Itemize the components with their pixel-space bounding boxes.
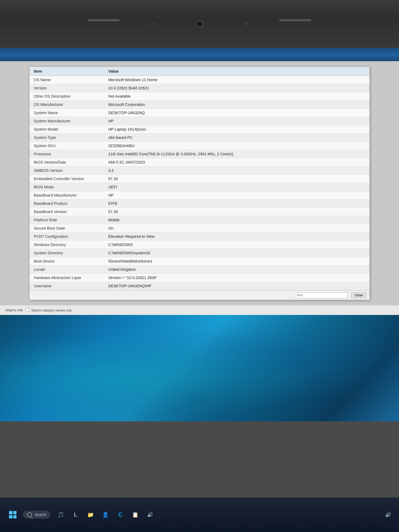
table-cell-value: 11th Gen Intel(R) Core(TM) i3-1115G4 @ 3…	[104, 150, 369, 158]
table-row: OS ManufacturerMicrosoft Corporation	[30, 101, 369, 109]
table-row: Other OS DescriptionNot Available	[30, 92, 369, 101]
table-cell-value: HP	[104, 117, 369, 125]
bezel-strip-left	[88, 19, 120, 21]
table-cell-value: C:\WINDOWS\system32	[104, 249, 369, 257]
table-cell-item: Platform Role	[30, 216, 104, 224]
search-bar-area: ategory only Search category names only	[0, 305, 399, 315]
webcam-lens	[198, 23, 201, 25]
taskbar-search-bar[interactable]: Search	[23, 511, 51, 519]
table-cell-item: Windows Directory	[30, 241, 104, 249]
taskbar-icon-browser[interactable]: C	[115, 510, 125, 519]
taskbar-icon-sound[interactable]: 🔊	[145, 510, 155, 519]
table-cell-value: On	[104, 224, 369, 232]
close-button[interactable]: Close	[351, 292, 366, 298]
taskbar-icon-folder[interactable]: 📁	[86, 510, 95, 519]
table-row: BIOS Version/DateAMI F.32, 04/07/2023	[30, 158, 369, 167]
table-row: Platform RoleMobile	[30, 216, 369, 224]
taskbar-right-area: 🔊	[385, 512, 391, 518]
taskbar-icon-person[interactable]: 👤	[101, 510, 110, 519]
table-cell-item: System Model	[30, 125, 104, 134]
table-row: Secure Boot StateOn	[30, 224, 369, 232]
table-row: System SKU3Z3Z8EA#ABU	[30, 142, 369, 150]
table-cell-item: Boot Device	[30, 257, 104, 265]
col-item-header: Item	[30, 67, 104, 76]
table-cell-value: \Device\HarddiskVolume1	[104, 257, 369, 265]
table-cell-item: BaseBoard Version	[30, 208, 104, 216]
table-cell-value: Elevation Required to View	[104, 232, 369, 241]
table-cell-value: DESKTOP-J4N32NQ	[104, 109, 369, 117]
table-cell-item: BIOS Mode	[30, 183, 104, 191]
table-cell-item: Username	[30, 282, 104, 290]
search-category-checkbox[interactable]	[26, 308, 29, 311]
table-cell-value: Not Available	[104, 92, 369, 101]
table-row: System ModelHP Laptop 15s-fq2xxx	[30, 125, 369, 134]
table-row: BIOS ModeUEFI	[30, 183, 369, 191]
table-row: System DirectoryC:\WINDOWS\system32	[30, 249, 369, 257]
bezel-dot-right	[246, 23, 247, 25]
table-cell-value: United Kingdom	[104, 265, 369, 274]
table-row: Hardware Abstraction LayerVersion = "10.…	[30, 274, 369, 282]
table-cell-value: 3.3	[104, 167, 369, 175]
table-cell-value: AMI F.32, 04/07/2023	[104, 158, 369, 167]
table-cell-item: Processor	[30, 150, 104, 158]
sysinfo-find-toolbar: Close	[30, 290, 369, 300]
table-cell-value: DESKTOP-J4N32NQ\HP	[104, 282, 369, 290]
windows-logo-icon	[9, 511, 16, 518]
table-cell-value: Version = "10.0.22621.2506"	[104, 274, 369, 282]
table-cell-value: 87FE	[104, 200, 369, 208]
col-value-header: Value	[104, 67, 369, 76]
table-cell-item: Hardware Abstraction Layer	[30, 274, 104, 282]
category-only-label: ategory only	[5, 308, 23, 312]
table-cell-value: 57.26	[104, 175, 369, 183]
table-cell-item: Version	[30, 84, 104, 92]
taskbar-icon-music[interactable]: 🎵	[56, 510, 65, 519]
search-label: Search	[35, 513, 46, 517]
table-cell-value: C:\WINDOWS	[104, 241, 369, 249]
table-cell-value: 3Z3Z8EA#ABU	[104, 142, 369, 150]
table-cell-item: System Type	[30, 134, 104, 142]
table-cell-item: System Name	[30, 109, 104, 117]
table-cell-item: BIOS Version/Date	[30, 158, 104, 167]
search-category-names-label[interactable]: Search category names only	[26, 308, 72, 312]
table-cell-item: PCR7 Configuration	[30, 232, 104, 241]
table-cell-item: Other OS Description	[30, 92, 104, 101]
start-button[interactable]	[8, 510, 18, 519]
table-cell-value: Mobile	[104, 216, 369, 224]
table-row: PCR7 ConfigurationElevation Required to …	[30, 232, 369, 241]
table-cell-value: HP	[104, 191, 369, 200]
table-row: Windows DirectoryC:\WINDOWS	[30, 241, 369, 249]
table-cell-item: OS Name	[30, 76, 104, 84]
taskbar-icon-edge[interactable]: L	[71, 510, 80, 519]
table-cell-item: Embedded Controller Version	[30, 175, 104, 183]
system-info-table: Item Value OS NameMicrosoft Windows 11 H…	[30, 67, 369, 290]
table-header-row: Item Value	[30, 67, 369, 76]
webcam	[196, 20, 203, 28]
table-row: LocaleUnited Kingdom	[30, 265, 369, 274]
windows-wallpaper	[0, 315, 399, 421]
table-cell-item: System SKU	[30, 142, 104, 150]
table-row: BaseBoard ManufacturerHP	[30, 191, 369, 200]
table-row: OS NameMicrosoft Windows 11 Home	[30, 76, 369, 84]
find-input[interactable]	[295, 292, 348, 298]
laptop-bezel	[0, 0, 399, 48]
sysinfo-window: Item Value OS NameMicrosoft Windows 11 H…	[29, 66, 370, 300]
table-container: Item Value OS NameMicrosoft Windows 11 H…	[30, 67, 369, 290]
table-cell-item: BaseBoard Manufacturer	[30, 191, 104, 200]
table-cell-value: Microsoft Corporation	[104, 101, 369, 109]
table-cell-item: System Manufacturer	[30, 117, 104, 125]
table-cell-value: 10.0.22621 Build 22621	[104, 84, 369, 92]
table-row: UsernameDESKTOP-J4N32NQ\HP	[30, 282, 369, 290]
table-cell-item: System Directory	[30, 249, 104, 257]
table-cell-value: Microsoft Windows 11 Home	[104, 76, 369, 84]
blue-accent-stripe	[0, 48, 399, 61]
taskbar-icon-clipboard[interactable]: 📋	[130, 510, 140, 519]
table-row: System Typex64-based PC	[30, 134, 369, 142]
table-row: System ManufacturerHP	[30, 117, 369, 125]
table-cell-value: UEFI	[104, 183, 369, 191]
table-row: System NameDESKTOP-J4N32NQ	[30, 109, 369, 117]
table-cell-item: Locale	[30, 265, 104, 274]
screen-area: Item Value OS NameMicrosoft Windows 11 H…	[0, 61, 399, 305]
table-row: BaseBoard Product87FE	[30, 200, 369, 208]
search-icon	[27, 512, 32, 517]
table-cell-item: OS Manufacturer	[30, 101, 104, 109]
